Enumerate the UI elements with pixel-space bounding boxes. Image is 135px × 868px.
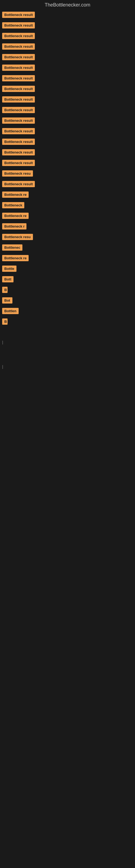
list-item[interactable]: B — [2, 285, 133, 296]
bottleneck-badge[interactable]: Bottleneck result — [2, 65, 35, 71]
list-item[interactable] — [2, 333, 133, 338]
list-item[interactable]: Bottleneck r — [2, 222, 133, 232]
bottleneck-badge[interactable]: Bottleneck result — [2, 149, 35, 155]
bottleneck-badge[interactable]: Bottleneck result — [2, 54, 35, 60]
list-item[interactable]: Bottleneck re — [2, 211, 133, 222]
list-item[interactable]: Bot — [2, 296, 133, 306]
list-item[interactable]: B — [2, 317, 133, 328]
bottleneck-badge[interactable]: Bottleneck result — [2, 75, 35, 82]
list-item[interactable]: Bottleneck result — [2, 21, 133, 31]
list-item[interactable]: Bottleneck result — [2, 158, 133, 169]
list-item[interactable]: Bottleneck result — [2, 116, 133, 126]
bottleneck-list: Bottleneck resultBottleneck resultBottle… — [0, 9, 135, 372]
list-item[interactable]: Bottleneck result — [2, 31, 133, 42]
list-item[interactable]: Bottleneck resu — [2, 169, 133, 179]
bottleneck-badge[interactable]: Bottleneck re — [2, 255, 29, 261]
bottleneck-badge[interactable]: Bottlenec — [2, 244, 22, 251]
list-item[interactable]: Bottle — [2, 264, 133, 275]
bottleneck-badge[interactable]: Bottleneck re — [2, 191, 29, 198]
list-item[interactable]: Bottleneck result — [2, 84, 133, 95]
list-item[interactable] — [2, 352, 133, 357]
bottleneck-badge[interactable]: Bottleneck result — [2, 181, 35, 187]
bottleneck-badge[interactable]: Bottleneck result — [2, 128, 35, 134]
bottleneck-badge[interactable]: Bottleneck result — [2, 160, 35, 166]
list-item[interactable]: | — [2, 363, 133, 371]
bottleneck-badge[interactable]: Bottleneck result — [2, 33, 35, 39]
bottleneck-badge[interactable]: Bottleneck resu — [2, 170, 33, 177]
list-item[interactable]: Bottleneck result — [2, 126, 133, 137]
site-title-container: TheBottlenecker.com — [0, 0, 135, 9]
site-title: TheBottlenecker.com — [0, 0, 135, 9]
list-item[interactable]: Bottleneck result — [2, 148, 133, 158]
bottleneck-badge[interactable]: Bottleneck result — [2, 138, 35, 145]
list-item[interactable]: Bottleneck result — [2, 63, 133, 73]
separator: | — [2, 340, 3, 344]
separator: | — [2, 365, 3, 369]
list-item[interactable]: | — [2, 338, 133, 346]
bottleneck-badge[interactable]: Bottleneck result — [2, 22, 35, 29]
bottleneck-badge[interactable]: Bottleneck result — [2, 107, 35, 113]
list-item[interactable]: Bottleneck — [2, 200, 133, 211]
list-item[interactable]: Bottlenec — [2, 243, 133, 253]
bottleneck-badge[interactable]: Bot — [2, 297, 12, 304]
bottleneck-badge[interactable]: Bott — [2, 276, 13, 282]
bottleneck-badge[interactable]: Bottleneck result — [2, 43, 35, 50]
list-item[interactable]: Bottleneck resu — [2, 232, 133, 243]
list-item[interactable]: Bottleneck re — [2, 190, 133, 200]
list-item[interactable]: Bottleneck result — [2, 137, 133, 148]
list-item[interactable]: Bottleneck result — [2, 42, 133, 52]
bottleneck-badge[interactable]: B — [2, 287, 8, 293]
list-item[interactable]: Bottleneck result — [2, 73, 133, 84]
bottleneck-badge[interactable]: Bottleneck — [2, 202, 24, 208]
list-item[interactable]: Bott — [2, 275, 133, 285]
bottleneck-badge[interactable]: Bottleneck result — [2, 118, 35, 124]
list-item[interactable]: Bottleneck result — [2, 52, 133, 63]
list-item[interactable]: Bottleneck result — [2, 179, 133, 190]
list-item[interactable] — [2, 346, 133, 352]
bottleneck-badge[interactable]: Bottleneck resu — [2, 234, 33, 240]
list-item[interactable] — [2, 328, 133, 333]
bottleneck-badge[interactable]: Bottleneck result — [2, 86, 35, 92]
bottleneck-badge[interactable]: Bottlen — [2, 308, 18, 314]
bottleneck-badge[interactable]: Bottleneck r — [2, 223, 27, 229]
bottleneck-badge[interactable]: B — [2, 318, 8, 325]
list-item[interactable]: Bottleneck result — [2, 105, 133, 116]
list-item[interactable] — [2, 357, 133, 363]
bottleneck-badge[interactable]: Bottleneck re — [2, 213, 29, 219]
list-item[interactable]: Bottleneck re — [2, 253, 133, 264]
list-item[interactable]: Bottleneck result — [2, 10, 133, 21]
bottleneck-badge[interactable]: Bottle — [2, 266, 16, 272]
bottleneck-badge[interactable]: Bottleneck result — [2, 12, 35, 18]
list-item[interactable]: Bottleneck result — [2, 95, 133, 105]
list-item[interactable]: Bottlen — [2, 306, 133, 317]
bottleneck-badge[interactable]: Bottleneck result — [2, 96, 35, 102]
